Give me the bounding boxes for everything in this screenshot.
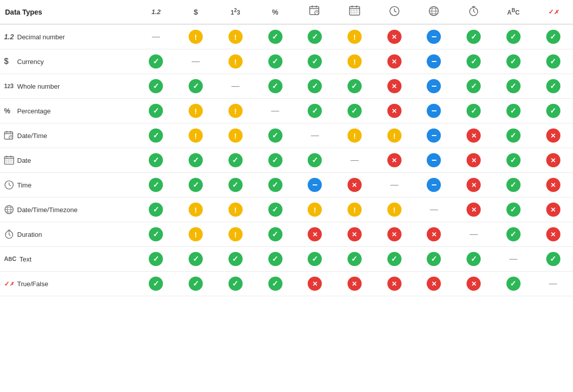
cell-duration-col-10 bbox=[533, 222, 573, 247]
cell-whole-col-8 bbox=[454, 74, 494, 99]
cell-truefalse-col-6 bbox=[374, 272, 414, 296]
row-icon-text: ABC bbox=[4, 255, 17, 263]
cell-percentage-col-1 bbox=[176, 99, 216, 123]
cell-whole-col-5 bbox=[335, 74, 375, 99]
cell-decimal-col-6 bbox=[374, 24, 414, 49]
cell-currency-col-0 bbox=[136, 49, 176, 74]
col-header-duration bbox=[454, 0, 494, 24]
cell-datetime_tz-col-6 bbox=[374, 198, 414, 222]
cell-datetime-col-9 bbox=[493, 123, 533, 148]
row-text-datetime: Date/Time bbox=[17, 132, 47, 140]
cell-date-col-3 bbox=[255, 148, 295, 173]
row-label-text: ABCText bbox=[0, 247, 136, 272]
cell-truefalse-col-10: — bbox=[533, 272, 573, 296]
svg-rect-36 bbox=[5, 157, 14, 164]
row-text-duration: Duration bbox=[17, 231, 42, 238]
row-text-time: Time bbox=[17, 181, 31, 189]
cell-percentage-col-8 bbox=[454, 99, 494, 123]
cell-decimal-col-8 bbox=[454, 24, 494, 49]
cell-decimal-col-3 bbox=[255, 24, 295, 49]
row-icon-currency: $ bbox=[4, 57, 14, 66]
cell-datetime_tz-col-7: — bbox=[414, 198, 454, 222]
table-row-percentage: %Percentage— bbox=[0, 99, 573, 123]
table-row-whole: 123Whole number— bbox=[0, 74, 573, 99]
cell-text-col-4 bbox=[295, 247, 335, 272]
cell-date-col-5: — bbox=[335, 148, 375, 173]
cell-datetime_tz-col-9 bbox=[493, 198, 533, 222]
cell-datetime_tz-col-1 bbox=[176, 198, 216, 222]
cell-currency-col-5 bbox=[335, 49, 375, 74]
cell-time-col-3 bbox=[255, 173, 295, 198]
cell-truefalse-col-0 bbox=[136, 272, 176, 296]
cell-time-col-4 bbox=[295, 173, 335, 198]
cell-time-col-2 bbox=[215, 173, 255, 198]
col-header-datetime bbox=[295, 0, 335, 24]
row-label-truefalse: ✓✗True/False bbox=[0, 272, 136, 296]
row-text-currency: Currency bbox=[17, 58, 44, 66]
cell-duration-col-7 bbox=[414, 222, 454, 247]
row-text-text: Text bbox=[20, 255, 32, 263]
cell-datetime-col-5 bbox=[335, 123, 375, 148]
cell-datetime_tz-col-0 bbox=[136, 198, 176, 222]
compatibility-table: Data Types 1.2 $ 123 % bbox=[0, 0, 573, 296]
cell-currency-col-3 bbox=[255, 49, 295, 74]
cell-datetime_tz-col-3 bbox=[255, 198, 295, 222]
cell-text-col-7 bbox=[414, 247, 454, 272]
table-row-datetime_tz: Date/Time/Timezone— bbox=[0, 198, 573, 222]
col-header-decimal: 1.2 bbox=[136, 0, 176, 24]
cell-datetime-col-3 bbox=[255, 123, 295, 148]
cell-datetime-col-0 bbox=[136, 123, 176, 148]
cell-text-col-6 bbox=[374, 247, 414, 272]
col-header-percent: % bbox=[255, 0, 295, 24]
cell-truefalse-col-8 bbox=[454, 272, 494, 296]
cell-duration-col-2 bbox=[215, 222, 255, 247]
cell-date-col-1 bbox=[176, 148, 216, 173]
cell-time-col-6: — bbox=[374, 173, 414, 198]
table-row-text: ABCText— bbox=[0, 247, 573, 272]
cell-percentage-col-9 bbox=[493, 99, 533, 123]
row-label-decimal: 1.2Decimal number bbox=[0, 24, 136, 49]
cell-text-col-2 bbox=[215, 247, 255, 272]
cell-percentage-col-7 bbox=[414, 99, 454, 123]
col-header-truefalse: ✓✗ bbox=[533, 0, 573, 24]
svg-line-18 bbox=[394, 11, 396, 12]
cell-whole-col-3 bbox=[255, 74, 295, 99]
cell-currency-col-4 bbox=[295, 49, 335, 74]
cell-datetime_tz-col-2 bbox=[215, 198, 255, 222]
cell-truefalse-col-2 bbox=[215, 272, 255, 296]
row-text-date: Date bbox=[17, 157, 31, 164]
cell-time-col-1 bbox=[176, 173, 216, 198]
row-text-decimal: Decimal number bbox=[17, 33, 65, 41]
cell-text-col-5 bbox=[335, 247, 375, 272]
row-label-time: Time bbox=[0, 173, 136, 198]
cell-datetime-col-8 bbox=[454, 123, 494, 148]
cell-whole-col-2: — bbox=[215, 74, 255, 99]
cell-truefalse-col-1 bbox=[176, 272, 216, 296]
col-header-time bbox=[374, 0, 414, 24]
row-icon-percent: % bbox=[4, 107, 14, 115]
cell-whole-col-4 bbox=[295, 74, 335, 99]
cell-whole-col-10 bbox=[533, 74, 573, 99]
cell-whole-col-9 bbox=[493, 74, 533, 99]
svg-line-28 bbox=[474, 12, 475, 13]
cell-datetime-col-4: — bbox=[295, 123, 335, 148]
cell-percentage-col-2 bbox=[215, 99, 255, 123]
cell-currency-col-9 bbox=[493, 49, 533, 74]
cell-percentage-col-4 bbox=[295, 99, 335, 123]
svg-line-57 bbox=[9, 235, 11, 236]
cell-date-col-2 bbox=[215, 148, 255, 173]
row-label-whole: 123Whole number bbox=[0, 74, 136, 99]
table-row-truefalse: ✓✗True/False— bbox=[0, 272, 573, 296]
col-header-text: ABC bbox=[493, 0, 533, 24]
row-icon-whole: 123 bbox=[4, 83, 14, 90]
cell-date-col-7 bbox=[414, 148, 454, 173]
row-icon-decimal: 1.2 bbox=[4, 33, 14, 41]
cell-time-col-9 bbox=[493, 173, 533, 198]
cell-decimal-col-0: — bbox=[136, 24, 176, 49]
cell-duration-col-3 bbox=[255, 222, 295, 247]
row-text-datetime_tz: Date/Time/Timezone bbox=[17, 206, 78, 214]
cell-datetime_tz-col-8 bbox=[454, 198, 494, 222]
cell-decimal-col-1 bbox=[176, 24, 216, 49]
col-header-datetime-tz bbox=[414, 0, 454, 24]
cell-time-col-7 bbox=[414, 173, 454, 198]
